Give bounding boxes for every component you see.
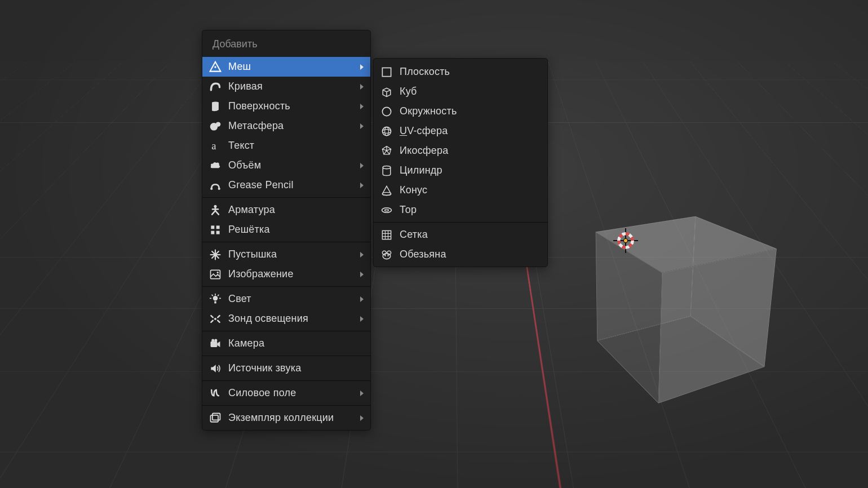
menu-separator [202, 197, 370, 198]
circle-icon [379, 104, 394, 119]
menu-item-label: Свет [228, 293, 360, 305]
menu-item-label: Окружность [400, 105, 541, 117]
add-menu-title: Добавить [202, 30, 370, 57]
menu-separator [202, 380, 370, 381]
mesh-icon [208, 60, 223, 74]
add-menu-item-экземпляр-коллекции[interactable]: Экземпляр коллекции [202, 408, 370, 428]
menu-item-label: Обезьяна [400, 249, 541, 260]
surface-icon [208, 99, 223, 114]
add-menu-item-меш[interactable]: Меш [202, 57, 370, 77]
add-menu-item-свет[interactable]: Свет [202, 289, 370, 309]
menu-item-label: Цилиндр [400, 165, 541, 176]
menu-item-label: Grease Pencil [228, 179, 360, 191]
metaball-icon [208, 119, 223, 134]
armature-icon [208, 203, 223, 218]
menu-item-label: Камера [228, 338, 364, 349]
menu-item-label: Решётка [228, 224, 364, 236]
menu-item-label: Экземпляр коллекции [228, 412, 360, 424]
add-menu-item-кривая[interactable]: Кривая [202, 77, 370, 96]
menu-item-label: Арматура [228, 204, 364, 216]
collection-instance-icon [208, 411, 223, 425]
submenu-chevron-icon [360, 391, 364, 396]
submenu-chevron-icon [360, 163, 364, 168]
axis-y-line [374, 0, 496, 62]
menu-item-label: Тор [400, 204, 541, 216]
mesh-submenu: ПлоскостьКубОкружностьUV-сфераИкосфераЦи… [373, 58, 548, 267]
grease-pencil-icon [208, 178, 223, 193]
submenu-chevron-icon [360, 64, 364, 70]
mesh-menu-item-куб[interactable]: Куб [374, 82, 547, 101]
menu-item-label: Изображение [228, 268, 360, 280]
lattice-icon [208, 223, 223, 237]
mesh-menu-item-икосфера[interactable]: Икосфера [374, 141, 547, 161]
add-menu-item-арматура[interactable]: Арматура [202, 200, 370, 220]
submenu-chevron-icon [360, 123, 364, 129]
menu-separator [374, 222, 547, 223]
menu-item-label: Пустышка [228, 249, 360, 260]
force-field-icon [208, 386, 223, 401]
uvsphere-icon [379, 124, 394, 139]
menu-item-label: Зонд освещения [228, 313, 360, 325]
grid-icon [379, 228, 394, 242]
menu-item-label: Силовое поле [228, 387, 360, 399]
viewport-grid [0, 0, 868, 62]
add-menu-item-камера[interactable]: Камера [202, 334, 370, 353]
cylinder-icon [379, 163, 394, 178]
menu-item-label: Объём [228, 159, 360, 171]
torus-icon [379, 203, 394, 218]
menu-item-label: Кривая [228, 81, 360, 92]
submenu-chevron-icon [360, 104, 364, 109]
submenu-chevron-icon [360, 84, 364, 90]
camera-icon [208, 336, 223, 351]
mesh-menu-item-uv-сфера[interactable]: UV-сфера [374, 121, 547, 141]
menu-item-label: Поверхность [228, 100, 360, 112]
mesh-menu-item-плоскость[interactable]: Плоскость [374, 62, 547, 82]
curve-icon [208, 79, 223, 94]
add-menu-item-решётка[interactable]: Решётка [202, 220, 370, 239]
mesh-menu-item-цилиндр[interactable]: Цилиндр [374, 161, 547, 180]
mesh-menu-item-тор[interactable]: Тор [374, 200, 547, 220]
light-icon [208, 292, 223, 307]
menu-item-label: Источник звука [228, 362, 364, 374]
volume-icon [208, 158, 223, 173]
speaker-icon [208, 361, 223, 376]
menu-item-label: UV-сфера [400, 125, 541, 137]
add-menu-item-текст[interactable]: Текст [202, 136, 370, 156]
menu-separator [202, 331, 370, 331]
menu-item-label: Икосфера [400, 145, 541, 157]
menu-item-label: Текст [228, 140, 364, 152]
menu-separator [202, 405, 370, 406]
cone-icon [379, 183, 394, 198]
monkey-icon [379, 247, 394, 262]
add-menu-item-объём[interactable]: Объём [202, 156, 370, 175]
add-menu-item-изображение[interactable]: Изображение [202, 264, 370, 284]
icosphere-icon [379, 144, 394, 158]
menu-item-label: Меш [228, 61, 360, 73]
menu-separator [202, 286, 370, 287]
add-menu-item-поверхность[interactable]: Поверхность [202, 96, 370, 116]
add-menu-item-зонд-освещения[interactable]: Зонд освещения [202, 309, 370, 329]
empty-icon [208, 247, 223, 262]
add-menu-item-силовое-поле[interactable]: Силовое поле [202, 383, 370, 403]
submenu-chevron-icon [360, 316, 364, 322]
add-menu-item-метасфера[interactable]: Метасфера [202, 116, 370, 136]
submenu-chevron-icon [360, 296, 364, 302]
submenu-chevron-icon [360, 252, 364, 258]
add-menu-item-пустышка[interactable]: Пустышка [202, 245, 370, 264]
text-icon [208, 139, 223, 153]
submenu-chevron-icon [360, 272, 364, 277]
menu-item-label: Конус [400, 184, 541, 196]
add-menu-item-источник-звука[interactable]: Источник звука [202, 358, 370, 378]
mesh-menu-item-обезьяна[interactable]: Обезьяна [374, 245, 547, 264]
default-cube[interactable] [617, 237, 618, 237]
add-menu-item-grease-pencil[interactable]: Grease Pencil [202, 175, 370, 195]
menu-item-label: Куб [400, 86, 541, 97]
menu-separator [202, 242, 370, 242]
mesh-menu-item-сетка[interactable]: Сетка [374, 225, 547, 245]
submenu-chevron-icon [360, 183, 364, 188]
plane-icon [379, 65, 394, 79]
mesh-menu-item-окружность[interactable]: Окружность [374, 101, 547, 121]
menu-item-label: Метасфера [228, 120, 360, 132]
mesh-menu-item-конус[interactable]: Конус [374, 180, 547, 200]
add-menu: Добавить МешКриваяПоверхностьМетасфераТе… [202, 30, 371, 431]
